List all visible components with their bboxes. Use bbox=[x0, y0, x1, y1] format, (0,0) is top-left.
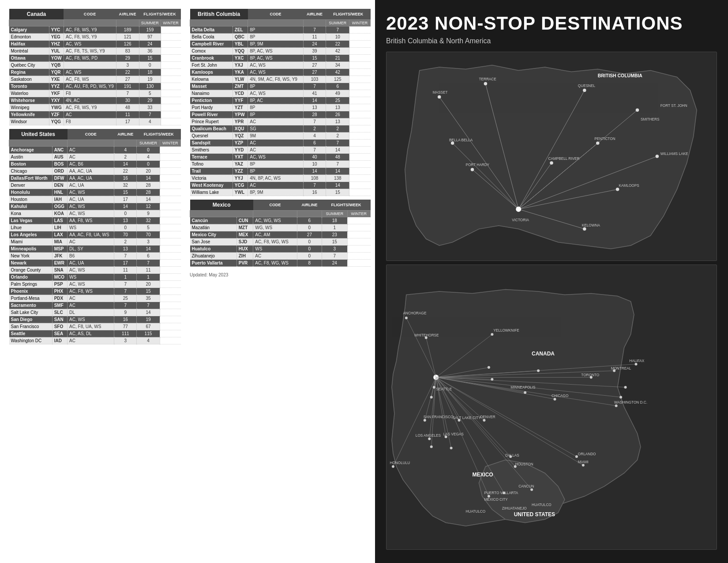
winter-flights: 3 bbox=[137, 238, 160, 246]
city-name: Montréal bbox=[9, 48, 49, 55]
us-table: United States CODE AIRLINE FLIGHTS/WEEK … bbox=[9, 129, 181, 344]
airline-codes: 8P, 9M bbox=[248, 189, 303, 196]
airline-codes: 4N, AC bbox=[64, 97, 116, 104]
airline-codes: AC, AS, DL bbox=[68, 330, 114, 337]
city-code: YYC bbox=[49, 26, 64, 34]
summer-flights: 27 bbox=[297, 231, 322, 238]
table-row: NanaimoYCDAC, WS4149 bbox=[190, 90, 371, 97]
svg-text:CANCUN: CANCUN bbox=[518, 485, 534, 489]
airline-codes: AC, WS bbox=[248, 69, 303, 76]
winter-flights: 15 bbox=[139, 55, 161, 62]
summer-flights: 17 bbox=[114, 260, 137, 267]
table-row: MazatlánMZTWG, WS01 bbox=[190, 224, 371, 231]
summer-flights: 103 bbox=[303, 76, 326, 83]
table-row: KonaKOAAC, WS09 bbox=[9, 210, 181, 217]
winter-flights: 36 bbox=[139, 48, 161, 55]
summer-flights: 16 bbox=[114, 316, 137, 323]
summer-flights: 15 bbox=[114, 189, 137, 196]
airline-codes: AC, WS bbox=[68, 316, 114, 323]
winter-flights: 23 bbox=[322, 231, 348, 238]
winter-flights: 3 bbox=[322, 246, 348, 253]
city-code: YHZ bbox=[49, 41, 64, 48]
summer-flights: 7 bbox=[303, 182, 326, 189]
city-name: Delta Delta bbox=[190, 26, 233, 34]
city-name: Anchorage bbox=[9, 147, 53, 154]
city-name: Victoria bbox=[190, 175, 233, 182]
svg-point-20 bbox=[471, 168, 474, 171]
svg-text:CAMPBELL RIVER: CAMPBELL RIVER bbox=[548, 157, 580, 161]
city-code: MCO bbox=[52, 274, 67, 281]
svg-point-80 bbox=[624, 386, 627, 389]
table-row: MontréalYULAC, F8, TS, WS, Y98336 bbox=[9, 48, 181, 55]
table-row: QuesnelYQZ9M42 bbox=[190, 132, 371, 140]
summer-flights: 1 bbox=[114, 274, 137, 281]
svg-text:CANADA: CANADA bbox=[532, 351, 555, 357]
summer-flights: 22 bbox=[116, 69, 139, 76]
svg-point-91 bbox=[483, 419, 485, 422]
winter-flights: 0 bbox=[137, 161, 160, 168]
city-code: YEG bbox=[49, 34, 64, 41]
city-name: West Kootenay bbox=[190, 182, 233, 189]
table-row: KahuluiOGGAC, WS1412 bbox=[9, 203, 181, 210]
table-row: MassetZMT8P76 bbox=[190, 83, 371, 90]
svg-text:TERRACE: TERRACE bbox=[479, 77, 496, 81]
svg-text:QUESNEL: QUESNEL bbox=[578, 84, 596, 88]
winter-flights: 97 bbox=[139, 34, 161, 41]
table-row: PentictonYYF8P, AC1425 bbox=[190, 97, 371, 104]
winter-flights: 33 bbox=[139, 104, 161, 111]
svg-point-75 bbox=[491, 378, 493, 381]
city-code: YAZ bbox=[233, 161, 248, 168]
svg-text:HONOLULU: HONOLULU bbox=[390, 461, 410, 465]
winter-flights: 0 bbox=[139, 62, 161, 69]
airline-codes: 8P, AC, WS bbox=[248, 55, 303, 62]
winter-flights: 24 bbox=[139, 41, 161, 48]
airline-codes: AC, WG, WS bbox=[253, 217, 297, 224]
table-row: Portland-MesaPDXAC2535 bbox=[9, 295, 181, 302]
svg-text:KAMLOOPS: KAMLOOPS bbox=[619, 184, 640, 188]
city-name: Phoenix bbox=[9, 288, 53, 295]
city-name: Seattle bbox=[9, 330, 53, 337]
table-row: Orange CountySNAAC, WS1111 bbox=[9, 267, 181, 274]
summer-flights: 0 bbox=[297, 246, 322, 253]
city-code: MIA bbox=[52, 238, 67, 246]
table-row: TofinoYAZ8P107 bbox=[190, 161, 371, 168]
updated-text: Updated: May 2023 bbox=[190, 270, 371, 280]
city-name: Regina bbox=[9, 69, 49, 76]
svg-point-71 bbox=[405, 317, 408, 319]
city-code: YQQ bbox=[233, 48, 248, 55]
city-name: Cranbrook bbox=[190, 55, 233, 62]
svg-point-85 bbox=[424, 419, 426, 422]
city-name: San Jose bbox=[190, 238, 237, 246]
summer-flights: 22 bbox=[114, 168, 137, 175]
table-row: AustinAUSAC24 bbox=[9, 154, 181, 161]
winter-flights: 12 bbox=[137, 203, 160, 210]
winter-flights: 4 bbox=[139, 118, 161, 125]
city-name: Honolulu bbox=[9, 189, 53, 196]
city-name: Saskatoon bbox=[9, 76, 49, 83]
summer-flights: 40 bbox=[303, 154, 326, 161]
airline-codes: AC, WS bbox=[68, 210, 114, 217]
table-row: VictoriaYYJ4N, 8P, AC, WS108138 bbox=[190, 175, 371, 182]
winter-flights: 14 bbox=[137, 196, 160, 203]
table-row: HuatulcoHUXWS03 bbox=[190, 246, 371, 253]
winter-flights: 24 bbox=[322, 260, 348, 267]
city-code: YCG bbox=[233, 182, 248, 189]
city-code: YXJ bbox=[233, 62, 248, 69]
summer-flights: 14 bbox=[303, 168, 326, 175]
svg-point-98 bbox=[392, 465, 394, 468]
city-name: Trail bbox=[190, 168, 233, 175]
city-name: Cancún bbox=[190, 217, 237, 224]
airline-codes: AC bbox=[253, 253, 297, 260]
winter-flights: 138 bbox=[326, 175, 349, 182]
city-code: YYJ bbox=[233, 175, 248, 182]
canada-code-header: CODE bbox=[64, 9, 116, 20]
airline-codes: WG, WS bbox=[253, 224, 297, 231]
table-row: CranbrookYXC8P, AC, WS1521 bbox=[190, 55, 371, 62]
table-row: San DiegoSANAC, WS1619 bbox=[9, 316, 181, 323]
svg-text:CHICAGO: CHICAGO bbox=[552, 394, 568, 398]
winter-flights: 7 bbox=[326, 161, 349, 168]
city-code: YLW bbox=[233, 76, 248, 83]
table-row: Puerto VallartaPVRAC, F8, WG, WS824 bbox=[190, 260, 371, 267]
table-row: HoustonIAHAC, UA1714 bbox=[9, 196, 181, 203]
city-code: YBL bbox=[233, 41, 248, 48]
